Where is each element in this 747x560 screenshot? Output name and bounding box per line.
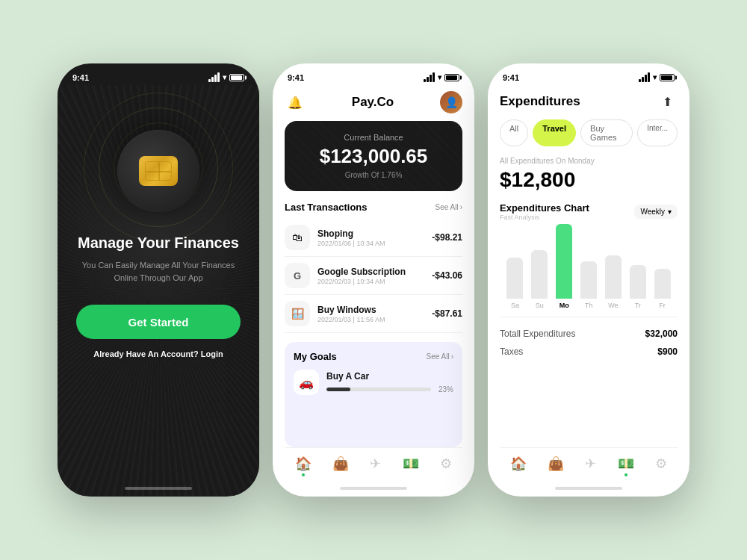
chip-lines [145, 161, 172, 181]
phone2-header: 🔔 Pay.Co 👤 [285, 85, 462, 121]
nav-settings-p3[interactable]: ⚙ [655, 455, 667, 472]
transaction-google: G Google Subscription 2022/02/03 | 10:34… [285, 257, 462, 295]
filter-buygames[interactable]: Buy Games [580, 119, 633, 146]
exp-day-label: All Expenditures On Monday [500, 157, 678, 165]
bottom-nav-phone3: 🏠 👜 ✈ 💵 ⚙ [500, 447, 678, 476]
dropdown-arrow: ▾ [668, 208, 672, 216]
google-amount: -$43.06 [432, 270, 462, 281]
chart-section: Expenditures Chart Fast Analysis Weekly … [500, 202, 678, 447]
bar-col-th: Th [577, 261, 601, 309]
bar-label-su: Su [536, 302, 544, 309]
chart-subtitle: Fast Analysis [500, 214, 589, 221]
share-icon[interactable]: ⬆ [657, 91, 678, 112]
shopping-details: Shoping 2022/01/06 | 10:34 AM [317, 228, 424, 247]
nav-dollar-p3[interactable]: 💵 [618, 455, 634, 472]
signal-icon-p3 [639, 72, 650, 82]
bar-chart: Sa Su Mo Th [500, 227, 678, 309]
bar-label-we: We [608, 302, 618, 309]
transactions-title: Last Transactions [285, 202, 368, 213]
nav-home-p2[interactable]: 🏠 [295, 455, 311, 472]
nav-settings-p2[interactable]: ⚙ [440, 455, 452, 472]
filter-all[interactable]: All [500, 119, 528, 146]
status-time-phone2: 9:41 [288, 73, 304, 82]
shopping-icon: 🛍 [285, 225, 310, 250]
status-icons-phone3: ▾ [639, 72, 675, 82]
nav-home-p3[interactable]: 🏠 [510, 455, 527, 472]
bar-label-tr: Tr [635, 302, 641, 309]
goal-progress-bar [326, 388, 431, 391]
goals-see-all[interactable]: See All › [427, 352, 453, 361]
goals-section: My Goals See All › 🚗 Buy A Car 23% [285, 342, 462, 447]
transaction-shopping: 🛍 Shoping 2022/01/06 | 10:34 AM -$98.21 [285, 219, 462, 257]
nav-wallet-p3[interactable]: 👜 [548, 455, 564, 472]
transactions-list: 🛍 Shoping 2022/01/06 | 10:34 AM -$98.21 … [285, 219, 462, 333]
status-bar-phone1: 9:41 ▾ [58, 63, 259, 85]
total-exp-label: Totall Expenditures [500, 329, 575, 339]
nav-dollar-p2[interactable]: 💵 [403, 455, 419, 472]
total-exp-value: $32,000 [645, 329, 678, 339]
google-details: Google Subscription 2022/02/03 | 10:34 A… [317, 267, 424, 285]
phone3-content: Expenditures ⬆ All Travel Buy Games Inte… [488, 85, 689, 496]
transactions-header: Last Transactions See All › [285, 202, 462, 213]
nav-send-p2[interactable]: ✈ [370, 455, 381, 472]
windows-amount: -$87.61 [432, 308, 462, 319]
bar-label-fr: Fr [659, 302, 666, 309]
battery-icon-p3 [660, 74, 675, 81]
bar-col-sa: Sa [503, 258, 527, 309]
home-indicator [125, 487, 192, 490]
bar-mo [556, 224, 572, 299]
shopping-amount: -$98.21 [432, 232, 462, 243]
google-name: Google Subscription [317, 267, 424, 277]
filter-internet[interactable]: Inter... [637, 119, 678, 146]
phone2-content: 🔔 Pay.Co 👤 Current Balance $123,000.65 G… [273, 85, 474, 496]
windows-name: Buy Windows [317, 305, 424, 315]
nav-wallet-p2[interactable]: 👜 [332, 455, 349, 472]
goal-progress-fill [326, 388, 350, 391]
balance-growth: Growth Of 1.76% [300, 171, 447, 179]
nav-send-p3[interactable]: ✈ [585, 455, 596, 472]
shopping-date: 2022/01/06 | 10:34 AM [317, 240, 424, 247]
home-bar-p2 [285, 476, 462, 496]
bar-col-tr: Tr [625, 265, 650, 309]
balance-label: Current Balance [300, 133, 447, 142]
divider [500, 317, 678, 317]
notification-icon[interactable]: 🔔 [285, 92, 306, 113]
bar-fr [654, 269, 671, 299]
phone-onboarding: 9:41 ▾ [58, 63, 259, 497]
bar-label-sa: Sa [511, 302, 519, 309]
bar-label-mo: Mo [560, 302, 569, 309]
balance-amount: $123,000.65 [300, 145, 447, 168]
card-chip [139, 156, 178, 186]
weekly-dropdown[interactable]: Weekly ▾ [634, 205, 678, 219]
google-icon: G [285, 263, 310, 288]
bar-we [605, 255, 622, 299]
get-started-button[interactable]: Get Started [76, 305, 241, 339]
status-icons-phone1: ▾ [208, 72, 244, 82]
goal-percent: 23% [438, 385, 453, 393]
battery-icon-p2 [444, 74, 459, 81]
bar-col-mo: Mo [552, 224, 577, 309]
phone3-header: Expenditures ⬆ [500, 85, 678, 119]
bar-th [580, 261, 597, 299]
bar-label-th: Th [585, 302, 593, 309]
status-time-phone1: 9:41 [72, 73, 89, 82]
goals-header: My Goals See All › [294, 351, 453, 362]
phones-container: 9:41 ▾ [43, 49, 704, 511]
chart-title: Expenditures Chart [500, 202, 589, 214]
windows-details: Buy Windows 2022/01/03 | 11:56 AM [317, 305, 424, 323]
wifi-icon-p3: ▾ [653, 73, 657, 81]
taxes-value: $900 [657, 346, 678, 357]
filter-tabs: All Travel Buy Games Inter... [500, 119, 678, 146]
balance-card: Current Balance $123,000.65 Growth Of 1.… [285, 121, 462, 191]
login-link[interactable]: Login [201, 349, 223, 358]
windows-date: 2022/01/03 | 11:56 AM [317, 316, 424, 323]
google-date: 2022/02/03 | 10:34 AM [317, 278, 424, 285]
phone-dashboard: 9:41 ▾ 🔔 Pay.Co 👤 [273, 63, 474, 497]
bar-col-we: We [601, 255, 625, 309]
phone-expenditures: 9:41 ▾ Expenditures ⬆ All Tr [488, 63, 689, 497]
user-avatar[interactable]: 👤 [440, 91, 462, 113]
bar-sa [506, 258, 523, 299]
filter-travel[interactable]: Travel [533, 119, 576, 146]
status-icons-phone2: ▾ [424, 72, 459, 82]
transactions-see-all[interactable]: See All › [436, 203, 462, 211]
